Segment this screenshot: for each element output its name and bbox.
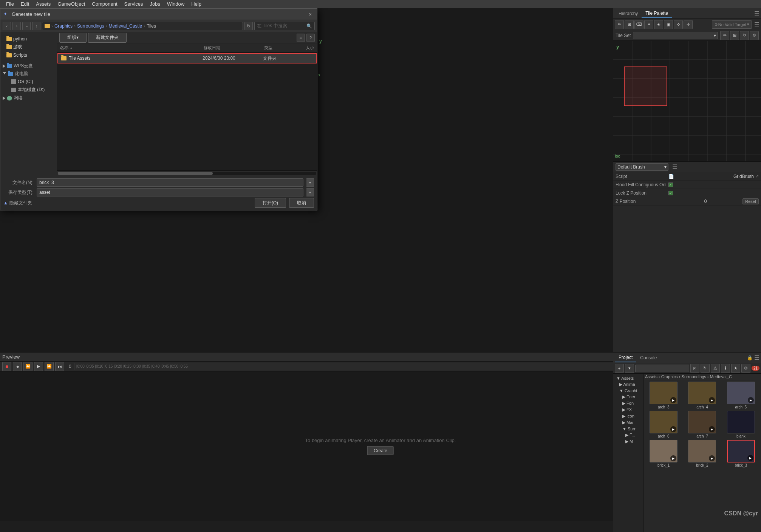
tree-item-icon[interactable]: ▶ Icon <box>613 413 643 419</box>
tree-item-mai[interactable]: ▶ Mai <box>613 419 643 426</box>
tree-item-fon[interactable]: ▶ Fon <box>613 400 643 407</box>
nav-path-graphics[interactable]: Graphics <box>54 23 73 29</box>
tileset-settings-btn[interactable]: ⚙ <box>750 31 759 40</box>
nav-refresh-button[interactable]: ↻ <box>244 22 253 30</box>
anim-prev-frame-btn[interactable]: ⏪ <box>23 362 32 371</box>
anim-next-key-btn[interactable]: ⏭ <box>55 362 64 371</box>
toolbar-fill-btn[interactable]: ◈ <box>654 20 663 29</box>
hide-folder-toggle[interactable]: ▲ 隐藏文件夹 <box>3 200 32 206</box>
sidebar-item-ddrive[interactable]: 本地磁盘 (D:) <box>0 85 57 94</box>
script-value[interactable]: GridBrush <box>733 174 754 179</box>
sidebar-header-wps[interactable]: WPS云盘 <box>0 62 57 70</box>
tile-canvas[interactable]: y Iso <box>613 41 761 162</box>
reset-button[interactable]: Reset <box>742 198 759 204</box>
view-toggle-button[interactable]: ≡ <box>297 34 305 42</box>
create-animator-button[interactable]: Create <box>367 446 394 455</box>
thumb-arch5[interactable]: ▶ arch_5 <box>722 382 759 409</box>
toolbar-erase-btn[interactable]: ⌫ <box>634 20 643 29</box>
tileset-rotate-btn[interactable]: ↻ <box>740 31 749 40</box>
tab-hierarchy[interactable]: Hierarchy <box>615 9 642 18</box>
tab-tile-palette[interactable]: Tile Palette <box>642 9 672 18</box>
thumb-arch6[interactable]: ▶ arch_6 <box>645 411 682 438</box>
tree-item-ener[interactable]: ▶ Ener <box>613 394 643 400</box>
script-goto-icon[interactable]: ↗ <box>755 174 759 179</box>
tree-item-fx[interactable]: ▶ FX <box>613 407 643 413</box>
play-btn-arch4[interactable]: ▶ <box>709 397 715 403</box>
dialog-close-button[interactable]: × <box>306 11 314 18</box>
thumb-brick3[interactable]: ▶ brick_3 <box>722 440 759 467</box>
toolbar-paint-btn[interactable]: ✏ <box>615 20 624 29</box>
filetype-dropdown[interactable]: ▾ <box>306 188 314 196</box>
menu-item-jobs[interactable]: Jobs <box>147 0 163 8</box>
play-btn-brick3[interactable]: ▶ <box>747 455 753 461</box>
menu-item-help[interactable]: Help <box>188 0 204 8</box>
play-btn-arch3[interactable]: ▶ <box>670 397 676 403</box>
play-btn-arch5[interactable]: ▶ <box>748 397 754 403</box>
sidebar-header-network[interactable]: 网络 <box>0 94 57 102</box>
tree-item-assets[interactable]: ▼ Assets <box>613 375 643 381</box>
tab-project[interactable]: Project <box>615 353 636 362</box>
thumb-blank[interactable]: blank <box>722 411 759 438</box>
sidebar-item-scripts[interactable]: Scripts <box>0 51 57 59</box>
thumb-arch4[interactable]: ▶ arch_4 <box>684 382 721 409</box>
nav-search[interactable]: 在 Tiles 中搜索 🔍 <box>254 22 315 30</box>
play-btn-arch7[interactable]: ▶ <box>709 426 715 432</box>
toolbar-grid-btn[interactable]: ⊞ <box>625 20 634 29</box>
toolbar-rect-select-btn[interactable]: ▣ <box>664 20 673 29</box>
anim-play-btn[interactable]: ▶ <box>34 362 43 371</box>
file-row-tile-assets[interactable]: Tile Assets 2024/6/30 23:00 文件夹 <box>57 53 317 63</box>
sidebar-item-games[interactable]: 游戏 <box>0 43 57 51</box>
cancel-button[interactable]: 取消 <box>289 198 314 208</box>
add-button[interactable]: + <box>615 364 624 373</box>
sidebar-item-cdrive[interactable]: OS (C:) <box>0 78 57 85</box>
nav-up-button[interactable]: ↑ <box>32 22 40 30</box>
menu-item-assets[interactable]: Assets <box>33 0 54 8</box>
thumb-brick2[interactable]: ▶ brick_2 <box>684 440 721 467</box>
project-toolbar-info[interactable]: ℹ <box>721 364 730 373</box>
anim-next-frame-btn[interactable]: ⏩ <box>45 362 54 371</box>
project-toolbar-alert[interactable]: ⚠ <box>711 364 720 373</box>
target-dropdown[interactable]: ⊘ No Valid Target ▾ <box>712 20 752 29</box>
open-button[interactable]: 打开(O) <box>255 198 286 208</box>
menu-item-component[interactable]: Component <box>89 0 120 8</box>
project-search-input[interactable] <box>635 365 689 372</box>
anim-prev-key-btn[interactable]: ⏮ <box>13 362 22 371</box>
nav-dropdown-button[interactable]: ⌄ <box>22 22 31 30</box>
filename-input[interactable]: brick_3 <box>37 178 303 187</box>
project-toolbar-refresh[interactable]: ↻ <box>701 364 710 373</box>
right-panel-settings-icon[interactable]: ☰ <box>754 21 759 28</box>
play-btn-arch6[interactable]: ▶ <box>670 426 676 432</box>
sidebar-header-thispc[interactable]: 此电脑 <box>0 70 57 78</box>
nav-path-castle[interactable]: Medieval_Castle <box>108 23 142 29</box>
brush-dropdown[interactable]: Default Brush ▾ <box>616 163 668 171</box>
project-toolbar-star[interactable]: ★ <box>731 364 740 373</box>
flood-fill-checkbox[interactable]: ✓ <box>668 182 673 187</box>
tileset-edit-btn[interactable]: ✏ <box>720 31 729 40</box>
new-folder-button[interactable]: 新建文件夹 <box>88 33 127 43</box>
panel-bottom-menu-icon[interactable]: ☰ <box>754 354 759 361</box>
toolbar-move-btn[interactable]: ✛ <box>684 20 693 29</box>
tree-item-anima[interactable]: ▶ Anima <box>613 381 643 388</box>
tree-item-graphi[interactable]: ▼ Graphi <box>613 388 643 394</box>
nav-back-button[interactable]: ‹ <box>3 22 11 30</box>
menu-item-services[interactable]: Services <box>121 0 146 8</box>
tileset-dropdown[interactable]: ▾ <box>633 32 718 39</box>
menu-item-window[interactable]: Window <box>164 0 187 8</box>
filetype-input[interactable]: asset <box>37 188 303 196</box>
organize-button[interactable]: 组织▾ <box>59 33 87 43</box>
thumb-brick1[interactable]: ▶ brick_1 <box>645 440 682 467</box>
menu-item-file[interactable]: File <box>3 0 17 8</box>
tab-console[interactable]: Console <box>636 354 660 362</box>
toolbar-eyedropper-btn[interactable]: ✦ <box>644 20 653 29</box>
tree-item-f[interactable]: ▶ F... <box>613 432 643 438</box>
horizontal-scrollbar[interactable] <box>57 170 317 176</box>
toolbar-wand-btn[interactable]: ⊹ <box>674 20 683 29</box>
thumb-arch7[interactable]: ▶ arch_7 <box>684 411 721 438</box>
nav-path-surroundings[interactable]: Surroundings <box>77 23 104 29</box>
filename-dropdown[interactable]: ▾ <box>306 178 314 187</box>
tree-item-m[interactable]: ▶ M <box>613 438 643 445</box>
nav-forward-button[interactable]: › <box>12 22 21 30</box>
project-toolbar-settings[interactable]: ⚙ <box>741 364 750 373</box>
lock-z-checkbox[interactable]: ✓ <box>668 191 673 195</box>
menu-item-gameobject[interactable]: GameObject <box>54 0 88 8</box>
